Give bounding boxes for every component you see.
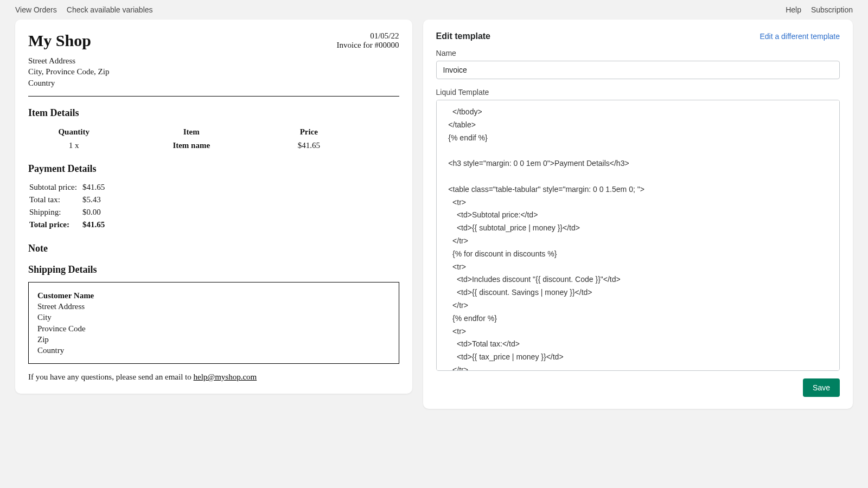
- ship-line3: Province Code: [37, 323, 390, 334]
- subtotal-label: Subtotal price:: [28, 181, 81, 194]
- editor-header: Edit template Edit a different template: [436, 31, 840, 41]
- editor-footer: Save: [436, 378, 840, 397]
- liquid-template-textarea[interactable]: [436, 100, 840, 371]
- ship-line5: Country: [37, 345, 390, 356]
- footer-prefix: If you have any questions, please send a…: [28, 373, 194, 381]
- editor-title: Edit template: [436, 31, 490, 41]
- pay-row-subtotal: Subtotal price: $41.65: [28, 181, 109, 194]
- payment-details-heading: Payment Details: [28, 163, 399, 175]
- col-item: Item: [119, 125, 263, 140]
- preview-header: My Shop 01/05/22 Invoice for #00000: [28, 31, 399, 55]
- shop-address: Street Address City, Province Code, Zip …: [28, 55, 399, 88]
- item-details-heading: Item Details: [28, 107, 399, 119]
- preview-panel: My Shop 01/05/22 Invoice for #00000 Stre…: [15, 20, 412, 394]
- shop-address-line1: Street Address: [28, 55, 399, 66]
- main-content: My Shop 01/05/22 Invoice for #00000 Stre…: [0, 20, 868, 424]
- items-table: Quantity Item Price 1 x Item name $41.65: [28, 125, 355, 151]
- total-value: $41.65: [81, 219, 109, 231]
- divider: [28, 96, 399, 97]
- top-links-right: Help Subscription: [786, 5, 853, 14]
- item-qty: 1 x: [28, 140, 119, 151]
- top-bar: View Orders Check available variables He…: [0, 0, 868, 20]
- pay-row-shipping: Shipping: $0.00: [28, 206, 109, 219]
- top-links-left: View Orders Check available variables: [15, 5, 153, 14]
- invoice-for: Invoice for #00000: [337, 41, 399, 50]
- items-header-row: Quantity Item Price: [28, 125, 355, 140]
- shipping-value: $0.00: [81, 206, 109, 219]
- save-button[interactable]: Save: [803, 378, 840, 397]
- view-orders-link[interactable]: View Orders: [15, 5, 57, 14]
- footer-email-link[interactable]: help@myshop.com: [194, 373, 257, 381]
- check-variables-link[interactable]: Check available variables: [67, 5, 153, 14]
- tax-label: Total tax:: [28, 194, 81, 206]
- editor-panel: Edit template Edit a different template …: [423, 20, 853, 409]
- name-label: Name: [436, 49, 840, 57]
- invoice-date: 01/05/22: [337, 31, 399, 41]
- payment-table: Subtotal price: $41.65 Total tax: $5.43 …: [28, 181, 109, 231]
- help-link[interactable]: Help: [786, 5, 801, 14]
- subscription-link[interactable]: Subscription: [811, 5, 853, 14]
- shipping-box: Customer Name Street Address City Provin…: [28, 282, 399, 364]
- item-name: Item name: [119, 140, 263, 151]
- ship-line4: Zip: [37, 334, 390, 345]
- tax-value: $5.43: [81, 194, 109, 206]
- footer-line: If you have any questions, please send a…: [28, 373, 399, 382]
- shipping-label: Shipping:: [28, 206, 81, 219]
- template-name-input[interactable]: [436, 61, 840, 79]
- pay-row-total: Total price: $41.65: [28, 219, 109, 231]
- edit-different-template-link[interactable]: Edit a different template: [760, 32, 840, 41]
- note-heading: Note: [28, 243, 399, 254]
- ship-line2: City: [37, 312, 390, 323]
- total-label: Total price:: [28, 219, 81, 231]
- col-price: Price: [263, 125, 354, 140]
- pay-row-tax: Total tax: $5.43: [28, 194, 109, 206]
- shop-address-line3: Country: [28, 78, 399, 88]
- ship-line1: Street Address: [37, 301, 390, 312]
- item-price: $41.65: [263, 140, 354, 151]
- item-row: 1 x Item name $41.65: [28, 140, 355, 151]
- liquid-template-label: Liquid Template: [436, 88, 840, 97]
- customer-name: Customer Name: [37, 290, 390, 301]
- shipping-details-heading: Shipping Details: [28, 264, 399, 275]
- subtotal-value: $41.65: [81, 181, 109, 194]
- col-quantity: Quantity: [28, 125, 119, 140]
- shop-address-line2: City, Province Code, Zip: [28, 66, 399, 77]
- shop-name: My Shop: [28, 31, 91, 50]
- preview-header-right: 01/05/22 Invoice for #00000: [337, 31, 399, 50]
